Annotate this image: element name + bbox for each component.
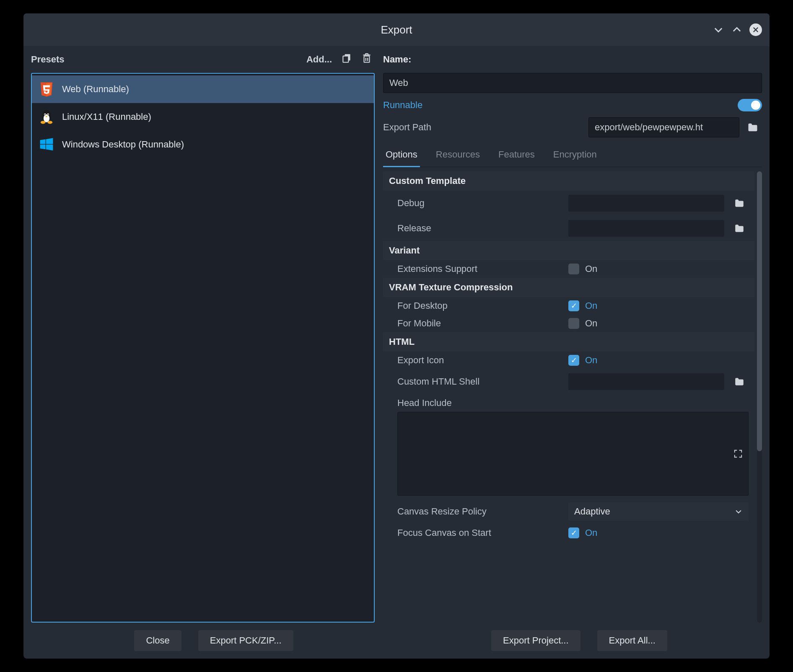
presets-header: Presets Add... <box>31 46 375 73</box>
for-mobile-checkbox[interactable] <box>568 318 579 329</box>
for-desktop-label: For Desktop <box>397 300 562 311</box>
on-label: On <box>585 527 597 538</box>
preset-label: Web (Runnable) <box>62 84 129 95</box>
svg-point-19 <box>47 114 48 115</box>
name-input[interactable] <box>383 73 762 93</box>
preset-list[interactable]: Web (Runnable) Linux/X11 (Runnable) Wind… <box>31 73 375 623</box>
export-icon-label: Export Icon <box>397 355 562 366</box>
chevron-down-icon <box>734 507 743 516</box>
preset-item-windows[interactable]: Windows Desktop (Runnable) <box>32 131 374 158</box>
focus-canvas-checkbox[interactable]: ✓ <box>568 527 579 538</box>
tab-options[interactable]: Options <box>383 145 420 167</box>
export-icon-checkbox[interactable]: ✓ <box>568 355 579 366</box>
chevron-down-icon[interactable] <box>713 24 724 36</box>
group-html: HTML <box>383 332 754 352</box>
for-mobile-label: For Mobile <box>397 318 562 329</box>
custom-html-shell-field[interactable] <box>568 373 724 390</box>
runnable-label: Runnable <box>383 100 422 111</box>
folder-icon[interactable] <box>730 372 749 391</box>
on-label: On <box>585 264 597 274</box>
tab-resources[interactable]: Resources <box>433 145 482 167</box>
svg-point-22 <box>47 121 52 124</box>
export-path-input[interactable] <box>588 117 739 137</box>
debug-template-field[interactable] <box>568 195 724 212</box>
head-include-textarea[interactable] <box>397 412 749 496</box>
options-panel: Custom Template Debug Release <box>383 171 754 623</box>
close-icon[interactable] <box>749 23 762 36</box>
folder-icon[interactable] <box>730 194 749 212</box>
svg-point-18 <box>44 114 45 115</box>
debug-label: Debug <box>397 198 562 209</box>
export-dialog: Export Presets Add... <box>23 13 770 659</box>
export-all-button[interactable]: Export All... <box>597 630 667 651</box>
svg-rect-4 <box>364 56 370 62</box>
on-label: On <box>585 355 597 366</box>
tab-features[interactable]: Features <box>496 145 537 167</box>
html5-icon <box>39 81 54 97</box>
name-header: Name: <box>383 46 762 73</box>
on-label: On <box>585 318 597 329</box>
head-include-label: Head Include <box>397 398 749 408</box>
svg-point-21 <box>41 121 46 124</box>
runnable-toggle[interactable] <box>738 99 762 111</box>
add-preset-button[interactable]: Add... <box>306 54 332 65</box>
canvas-resize-dropdown[interactable]: Adaptive <box>568 502 749 521</box>
close-button[interactable]: Close <box>134 630 181 651</box>
svg-marker-25 <box>40 145 46 149</box>
titlebar-controls <box>713 23 762 36</box>
group-vram: VRAM Texture Compression <box>383 278 754 297</box>
tabs: Options Resources Features Encryption <box>383 145 762 167</box>
titlebar: Export <box>23 13 770 46</box>
presets-label: Presets <box>31 54 65 65</box>
preset-item-web[interactable]: Web (Runnable) <box>32 75 374 103</box>
copy-preset-icon[interactable] <box>341 53 352 66</box>
preset-label: Windows Desktop (Runnable) <box>62 139 184 150</box>
export-project-button[interactable]: Export Project... <box>491 630 580 651</box>
on-label: On <box>585 300 597 311</box>
canvas-resize-label: Canvas Resize Policy <box>397 506 562 517</box>
svg-marker-23 <box>40 140 46 144</box>
chevron-up-icon[interactable] <box>731 24 743 36</box>
export-pck-button[interactable]: Export PCK/ZIP... <box>198 630 293 651</box>
folder-icon[interactable] <box>730 219 749 238</box>
expand-icon[interactable] <box>732 447 744 460</box>
group-variant: Variant <box>383 241 754 260</box>
dialog-title: Export <box>381 23 412 36</box>
preset-item-linux[interactable]: Linux/X11 (Runnable) <box>32 103 374 131</box>
release-label: Release <box>397 223 562 234</box>
svg-marker-24 <box>46 138 53 144</box>
windows-icon <box>39 137 54 152</box>
name-label: Name: <box>383 54 411 65</box>
svg-marker-13 <box>43 85 50 94</box>
svg-rect-3 <box>343 56 348 62</box>
for-desktop-checkbox[interactable]: ✓ <box>568 300 579 311</box>
preset-label: Linux/X11 (Runnable) <box>62 111 151 122</box>
custom-html-shell-label: Custom HTML Shell <box>397 376 562 387</box>
release-template-field[interactable] <box>568 220 724 237</box>
extensions-support-checkbox[interactable] <box>568 264 579 274</box>
tab-encryption[interactable]: Encryption <box>551 145 599 167</box>
folder-icon[interactable] <box>744 118 762 137</box>
focus-canvas-label: Focus Canvas on Start <box>397 527 562 538</box>
delete-preset-icon[interactable] <box>361 53 372 66</box>
export-path-label: Export Path <box>383 122 583 133</box>
svg-marker-26 <box>46 145 53 150</box>
extensions-support-label: Extensions Support <box>397 264 562 274</box>
footer: Close Export PCK/ZIP... Export Project..… <box>31 623 762 651</box>
scrollbar-thumb[interactable] <box>757 171 762 451</box>
group-custom-template: Custom Template <box>383 171 754 191</box>
linux-icon <box>39 109 54 125</box>
dropdown-value: Adaptive <box>574 506 610 517</box>
scrollbar[interactable] <box>757 171 762 623</box>
